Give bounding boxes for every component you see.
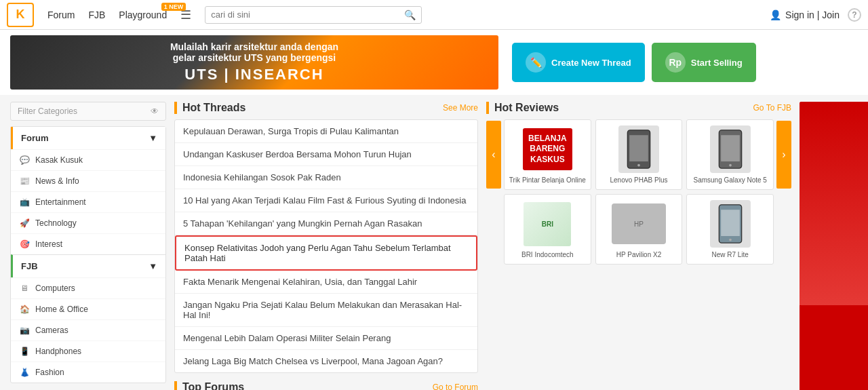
- svg-rect-1: [629, 135, 648, 161]
- thread-item[interactable]: Kepulauan Derawan, Surga Tropis di Pulau…: [175, 120, 477, 143]
- review-card-samsung[interactable]: Samsung Galaxy Note 5: [686, 119, 774, 190]
- sidebar-item-entertainment[interactable]: 📺 Entertainment: [11, 191, 165, 212]
- search-bar: 🔍: [205, 6, 422, 24]
- review-label-hp: HP Pavilion X2: [599, 251, 679, 258]
- sidebar-item-interest[interactable]: 🎯 Interest: [11, 233, 165, 254]
- sidebar-item-handphones[interactable]: 📱 Handphones: [11, 340, 165, 362]
- search-icon[interactable]: 🔍: [404, 9, 416, 20]
- r7-image: [690, 200, 770, 248]
- sidebar-forum-header[interactable]: Forum ▼: [11, 127, 165, 149]
- thread-item[interactable]: 5 Tahapan 'Kehilangan' yang Mungkin Pern…: [175, 212, 477, 235]
- handphones-icon: 📱: [19, 346, 30, 357]
- news-label: News & Info: [35, 176, 79, 186]
- sidebar: Filter Categories 👁 Forum ▼ 💬 Kasak Kusu…: [10, 102, 166, 390]
- reviews-top-row: ‹ BELANJABARENGKASKUS Trik Pintar Belanj…: [486, 119, 791, 190]
- samsung-image: [690, 125, 770, 173]
- sidebar-item-kasak-kusuk[interactable]: 💬 Kasak Kusuk: [11, 149, 165, 170]
- thread-item[interactable]: Mengenal Lebih Dalam Operasi Militer Sel…: [175, 327, 477, 350]
- reviews-next-button[interactable]: ›: [776, 121, 791, 189]
- nav-playground-wrap: Playground 1 NEW: [119, 9, 167, 20]
- thread-item[interactable]: Fakta Menarik Mengenai Kelahiran, Usia, …: [175, 271, 477, 294]
- sign-in-button[interactable]: 👤 Sign in | Join: [770, 9, 840, 20]
- computers-label: Computers: [35, 284, 75, 293]
- review-label-samsung: Samsung Galaxy Note 5: [690, 176, 770, 184]
- samsung-phone-placeholder: [710, 125, 751, 173]
- playground-badge: 1 NEW: [161, 3, 186, 11]
- review-card-lenovo[interactable]: Lenovo PHAB Plus: [595, 119, 683, 190]
- thread-item-highlighted[interactable]: Konsep Relativitas Jodoh yang Perlu Agan…: [175, 235, 477, 271]
- logo[interactable]: K: [7, 3, 34, 27]
- sidebar-item-news-info[interactable]: 📰 News & Info: [11, 170, 165, 191]
- lenovo-image: [599, 125, 679, 173]
- review-card-bri[interactable]: BRI BRI Indocomtech: [504, 194, 591, 265]
- banner-image[interactable]: Mulailah karir arsitektur anda dengan ge…: [10, 35, 498, 90]
- lenovo-phone-svg: [625, 129, 652, 170]
- sidebar-item-cameras[interactable]: 📷 Cameras: [11, 319, 165, 340]
- belanja-image: BELANJABARENGKASKUS: [507, 125, 588, 173]
- banner-area: Mulailah karir arsitektur anda dengan ge…: [0, 30, 868, 95]
- technology-icon: 🚀: [19, 218, 30, 229]
- hot-reviews-header: Hot Reviews Go To FJB: [486, 102, 791, 114]
- create-thread-icon: ✏️: [526, 52, 546, 73]
- sign-in-label[interactable]: Sign in | Join: [785, 9, 840, 20]
- thread-item[interactable]: Undangan Kaskuser Berdoa Bersama Mohon T…: [175, 143, 477, 166]
- thread-item[interactable]: Jelang Laga Big Match Chelsea vs Liverpo…: [175, 350, 477, 372]
- help-button[interactable]: ?: [848, 8, 861, 22]
- thread-list: Kepulauan Derawan, Surga Tropis di Pulau…: [174, 119, 478, 373]
- create-thread-button[interactable]: ✏️ Create New Thread: [512, 43, 645, 82]
- sidebar-item-technology[interactable]: 🚀 Technology: [11, 212, 165, 233]
- filter-bar[interactable]: Filter Categories 👁: [10, 102, 166, 121]
- reviews-bottom-cards: BRI BRI Indocomtech HP HP Pavilion X2: [504, 194, 774, 265]
- review-label-bri: BRI Indocomtech: [507, 251, 588, 258]
- reviews-prev-button[interactable]: ‹: [486, 121, 501, 189]
- hot-threads-title: Hot Threads: [174, 102, 245, 114]
- sidebar-forum-section: Forum ▼ 💬 Kasak Kusuk 📰 News & Info 📺 En…: [10, 126, 166, 383]
- top-forums-title: Top Forums: [174, 381, 244, 390]
- thread-item[interactable]: Jangan Ngaku Pria Sejati Kalau Belum Mel…: [175, 294, 477, 327]
- thread-item[interactable]: 10 Hal yang Akan Terjadi Kalau Film Fast…: [175, 189, 477, 212]
- svg-point-2: [637, 164, 640, 167]
- banner-brand: UTS | INSEARCH: [170, 66, 338, 83]
- user-icon: 👤: [770, 9, 781, 20]
- sidebar-forum-chevron: ▼: [149, 133, 157, 143]
- r7-phone-placeholder: [710, 200, 751, 248]
- filter-icon: 👁: [151, 106, 159, 116]
- cameras-icon: 📷: [19, 325, 30, 336]
- sidebar-forum-label: Forum: [21, 133, 48, 143]
- sell-icon: Rp: [665, 52, 686, 73]
- header-right: 👤 Sign in | Join ?: [770, 8, 861, 22]
- sidebar-fjb-chevron: ▼: [149, 261, 157, 271]
- top-forums-header: Top Forums Go to Forum: [174, 381, 478, 390]
- content-wrapper: Hot Threads See More Kepulauan Derawan, …: [174, 102, 791, 390]
- nav-fjb[interactable]: FJB: [88, 9, 105, 20]
- review-card-hp[interactable]: HP HP Pavilion X2: [595, 194, 683, 265]
- cameras-label: Cameras: [35, 326, 68, 335]
- fashion-icon: 👗: [19, 367, 30, 378]
- top-forums-section: Top Forums Go to Forum ‹ 💉 Forum 1 NEWS: [174, 381, 478, 390]
- thread-item[interactable]: Indonesia Kehilangan Sosok Pak Raden: [175, 166, 477, 189]
- right-banner[interactable]: 👗 SALE Fashion & Style: [800, 102, 868, 390]
- belanja-text: BELANJABARENGKASKUS: [523, 128, 572, 171]
- entertainment-icon: 📺: [19, 197, 30, 208]
- start-selling-button[interactable]: Rp Start Selling: [652, 43, 756, 82]
- nav-playground[interactable]: Playground: [119, 9, 167, 20]
- reviews-top-cards: BELANJABARENGKASKUS Trik Pintar Belanja …: [504, 119, 774, 190]
- sidebar-item-home-office[interactable]: 🏠 Home & Office: [11, 298, 165, 319]
- hot-threads-header: Hot Threads See More: [174, 102, 478, 114]
- search-input[interactable]: [211, 9, 404, 20]
- handphones-label: Handphones: [35, 347, 81, 356]
- review-card-belanja[interactable]: BELANJABARENGKASKUS Trik Pintar Belanja …: [504, 119, 591, 190]
- go-to-forum-link[interactable]: Go to Forum: [433, 383, 478, 390]
- go-to-fjb-link[interactable]: Go To FJB: [753, 103, 791, 113]
- sidebar-item-computers[interactable]: 🖥 Computers: [11, 277, 165, 298]
- sidebar-fjb-label: FJB: [21, 261, 38, 271]
- bri-image: BRI: [507, 200, 588, 248]
- right-banner-image: 👗 SALE Fashion & Style: [800, 102, 868, 305]
- review-card-r7[interactable]: New R7 Lite: [686, 194, 774, 265]
- svg-point-8: [729, 239, 732, 241]
- sidebar-fjb-header[interactable]: FJB ▼: [11, 254, 165, 277]
- see-more-link[interactable]: See More: [443, 103, 478, 113]
- svg-rect-7: [721, 210, 740, 236]
- sidebar-item-fashion[interactable]: 👗 Fashion: [11, 362, 165, 383]
- nav-forum[interactable]: Forum: [47, 9, 75, 20]
